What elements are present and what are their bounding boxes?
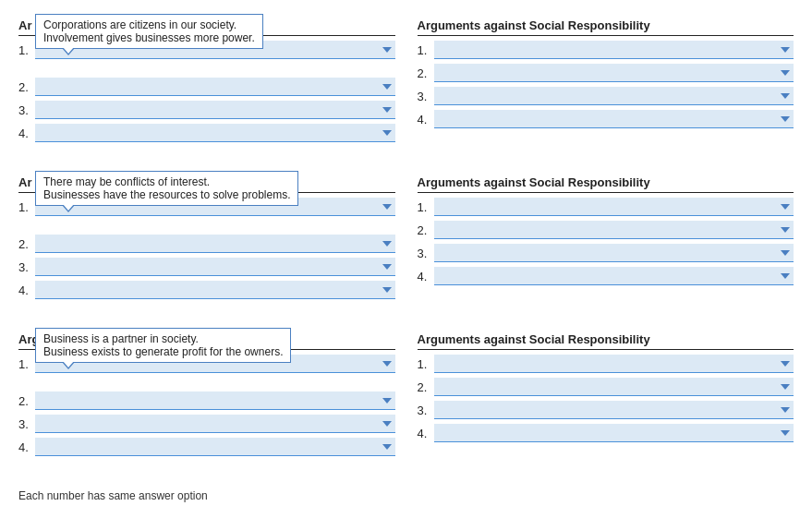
chevron-down-icon [382,130,392,136]
chevron-down-icon [781,116,790,122]
chevron-down-icon [382,241,392,247]
s2-left-select-2[interactable] [35,235,395,253]
s3-right-header: Arguments against Social Responsibility [418,332,794,350]
s2-tooltip: There may be conflicts of interest. Busi… [35,171,298,206]
s3-left-col: Arguments for Social Responsibility 1. B… [18,332,395,460]
s2-row1-container: 1. There may be conflicts of interest. B… [18,197,395,217]
s1-right-header: Arguments against Social Responsibility [418,18,794,36]
s3-right-col: Arguments against Social Responsibility … [418,332,794,460]
s1-right-row-1: 1. [418,40,794,60]
s3-right-select-2[interactable] [434,378,794,396]
s2-right-row-1: 1. [418,197,794,217]
s3-left-select-4[interactable] [35,438,395,456]
chevron-down-icon [382,444,392,450]
s3-right-select-4[interactable] [434,424,794,442]
s1-right-select-1[interactable] [434,41,794,59]
chevron-down-icon [781,93,790,99]
s2-right-row-2: 2. [418,220,794,240]
row-num-1: 1. [18,357,35,371]
s2-left-col: Ar 1. There may be conflicts of interest… [18,175,395,303]
footer-note: Each number has same answer option [18,489,794,502]
s3-right-row-1: 1. [418,354,794,374]
chevron-down-icon [781,430,790,436]
row-num-2: 2. [18,80,35,94]
chevron-down-icon [382,361,392,367]
chevron-down-icon [781,250,790,256]
s1-left-row-3: 3. [18,100,395,120]
s3-right-select-3[interactable] [434,401,794,419]
chevron-down-icon [382,84,392,90]
s3-left-row-4: 4. [18,437,395,457]
row-num-2: 2. [18,237,35,251]
row-num-1: 1. [18,43,35,57]
s2-left-select-3[interactable] [35,258,395,276]
chevron-down-icon [781,70,790,76]
s1-left-select-3[interactable] [35,101,395,119]
s3-right-row-4: 4. [418,423,794,443]
s1-left-select-4[interactable] [35,124,395,142]
chevron-down-icon [382,264,392,270]
s2-left-row-3: 3. [18,257,395,277]
chevron-down-icon [781,227,790,233]
s3-right-row-3: 3. [418,400,794,420]
row-num-2r: 2. [418,66,434,80]
row-num-3: 3. [18,103,35,117]
row-num-3: 3. [18,260,35,274]
s2-right-select-3[interactable] [434,244,794,262]
s2-right-col: Arguments against Social Responsibility … [418,175,794,303]
s2-right-row-3: 3. [418,243,794,263]
row-num-1: 1. [18,200,35,214]
chevron-down-icon [781,407,790,413]
chevron-down-icon [382,47,392,53]
section-3: Arguments for Social Responsibility 1. B… [18,332,794,460]
s2-left-row-4: 4. [18,280,395,300]
row-num-3r: 3. [418,90,434,103]
s1-right-row-2: 2. [418,63,794,83]
chevron-down-icon [382,204,392,210]
s2-left-select-4[interactable] [35,281,395,299]
chevron-down-icon [382,287,392,293]
row-num-4: 4. [18,283,35,297]
chevron-down-icon [781,204,790,210]
chevron-down-icon [781,47,790,53]
chevron-down-icon [781,273,790,279]
s3-left-select-2[interactable] [35,391,395,410]
s1-right-row-3: 3. [418,86,794,106]
s2-right-select-1[interactable] [434,198,794,216]
s1-row1-container: 1. Corporations are citizens in our soci… [18,40,395,60]
chevron-down-icon [382,107,392,113]
s1-left-select-2[interactable] [35,78,395,96]
s1-right-col: Arguments against Social Responsibility … [418,18,794,146]
s1-left-row-4: 4. [18,123,395,143]
s2-right-row-4: 4. [418,266,794,286]
row-num-4: 4. [18,126,35,140]
s2-right-select-2[interactable] [434,221,794,239]
s3-left-select-3[interactable] [35,415,395,433]
section-1: Ar 1. Corporations are citizens in our s… [18,18,794,146]
s1-left-row-2: 2. [18,77,395,97]
s3-left-row-3: 3. [18,414,395,434]
s1-tooltip: Corporations are citizens in our society… [35,14,263,49]
chevron-down-icon [382,421,392,427]
chevron-down-icon [382,398,392,404]
s2-right-header: Arguments against Social Responsibility [418,175,794,193]
s1-right-row-4: 4. [418,109,794,129]
row-num-1r: 1. [418,43,434,57]
s2-right-select-4[interactable] [434,267,794,285]
s1-left-col: Ar 1. Corporations are citizens in our s… [18,18,395,146]
row-num-4r: 4. [418,113,434,126]
s3-left-row-2: 2. [18,391,395,411]
chevron-down-icon [781,361,790,367]
s3-tooltip: Business is a partner in society. Busine… [35,328,291,363]
s3-row1-container: 1. Business is a partner in society. Bus… [18,354,395,374]
s1-right-select-3[interactable] [434,87,794,105]
s3-right-row-2: 2. [418,377,794,397]
s2-left-row-2: 2. [18,234,395,254]
chevron-down-icon [781,384,790,390]
s1-right-select-4[interactable] [434,110,794,128]
s1-right-select-2[interactable] [434,64,794,82]
s3-right-select-1[interactable] [434,355,794,373]
section-2: Ar 1. There may be conflicts of interest… [18,175,794,303]
